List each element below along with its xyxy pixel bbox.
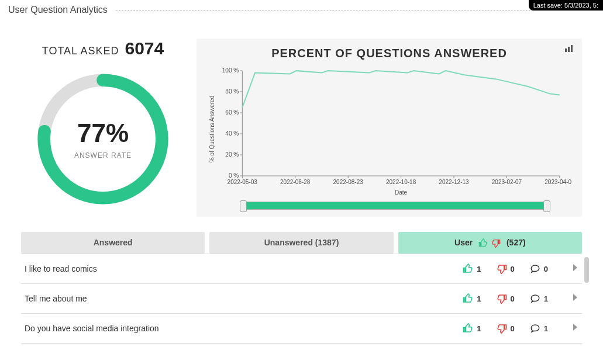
section-header: User Question Analytics Last save: 5/3/2…: [0, 0, 603, 18]
comments-stat: 0: [530, 264, 548, 274]
tab-unanswered[interactable]: Unanswered (1387): [209, 232, 393, 254]
chart-xlabel: Date: [395, 189, 408, 196]
comments-stat: 1: [530, 293, 548, 304]
dislikes-count: 0: [511, 265, 515, 273]
dislikes-count: 0: [511, 294, 515, 303]
svg-text:0 %: 0 %: [229, 172, 239, 179]
likes-count: 1: [477, 265, 481, 273]
expand-row-button[interactable]: [571, 323, 578, 334]
row-stats: 101: [463, 293, 548, 304]
dislikes-stat: 0: [497, 293, 515, 304]
svg-text:60 %: 60 %: [225, 109, 239, 116]
last-save-badge: Last save: 5/3/2023, 5:: [529, 0, 603, 11]
answer-rate-donut: 77% ANSWER RATE: [33, 69, 173, 209]
thumbs-down-icon: [491, 238, 501, 248]
thumbs-up-icon: [463, 264, 473, 274]
comments-count: 1: [544, 294, 548, 303]
svg-text:2023-04-04: 2023-04-04: [545, 179, 571, 185]
chart-type-icon[interactable]: [564, 44, 574, 53]
section-title: User Question Analytics: [8, 5, 108, 15]
svg-text:40 %: 40 %: [225, 130, 239, 137]
question-text: Do you have social media integration: [25, 324, 463, 333]
expand-row-button[interactable]: [571, 293, 578, 304]
tab-user-label: User: [454, 238, 473, 247]
comments-stat: 1: [530, 323, 548, 334]
comment-icon: [530, 293, 540, 304]
total-asked-panel: TOTAL ASKED 6074 77% ANSWER RATE: [21, 39, 185, 217]
svg-text:2022-05-03: 2022-05-03: [228, 179, 258, 185]
svg-rect-3: [568, 47, 570, 52]
question-text: Tell me about me: [25, 294, 463, 303]
thumbs-up-icon: [463, 323, 473, 334]
answer-rate-label: ANSWER RATE: [74, 151, 132, 160]
table-row[interactable]: I like to read comics100: [21, 254, 582, 284]
tabs-row: Answered Unanswered (1387) User (527): [21, 232, 582, 254]
table-row[interactable]: Do you have social media integration101: [21, 314, 582, 344]
likes-stat: 1: [463, 323, 481, 334]
likes-stat: 1: [463, 293, 481, 304]
dislikes-stat: 0: [497, 264, 515, 274]
comment-icon: [530, 264, 540, 274]
tab-user-feedback[interactable]: User (527): [398, 232, 582, 254]
svg-rect-4: [571, 45, 573, 52]
chart-range-slider[interactable]: [242, 202, 548, 210]
row-stats: 101: [463, 323, 548, 334]
scrollbar[interactable]: [584, 257, 589, 283]
thumbs-down-icon: [497, 293, 507, 304]
svg-rect-2: [565, 48, 567, 52]
thumbs-up-icon: [478, 238, 488, 248]
chart-title: PERCENT OF QUESTIONS ANSWERED: [207, 47, 571, 60]
svg-text:2022-06-28: 2022-06-28: [280, 179, 311, 185]
dislikes-count: 0: [511, 324, 515, 333]
thumbs-down-icon: [497, 323, 507, 334]
total-asked-label: TOTAL ASKED: [42, 45, 119, 57]
svg-text:80 %: 80 %: [225, 88, 239, 95]
chart-panel: PERCENT OF QUESTIONS ANSWERED % of Quest…: [197, 39, 582, 217]
total-asked-header: TOTAL ASKED 6074: [42, 39, 164, 58]
thumbs-up-icon: [463, 293, 473, 304]
answer-rate-percent: 77%: [77, 119, 129, 148]
thumbs-down-icon: [497, 264, 507, 274]
tab-user-count: (527): [506, 238, 526, 247]
svg-text:2023-02-07: 2023-02-07: [492, 179, 522, 185]
svg-text:2022-12-13: 2022-12-13: [439, 179, 469, 185]
expand-row-button[interactable]: [571, 264, 578, 274]
chart-ylabel: % of Questions Answered: [209, 96, 215, 162]
chart-area[interactable]: % of Questions Answered 0 %20 %40 %60 %8…: [207, 65, 571, 198]
question-list: I like to read comics100Tell me about me…: [21, 254, 582, 344]
svg-text:2022-08-23: 2022-08-23: [333, 179, 363, 185]
comment-icon: [530, 323, 540, 334]
likes-stat: 1: [463, 264, 481, 274]
question-text: I like to read comics: [25, 264, 463, 273]
table-row[interactable]: Tell me about me101: [21, 284, 582, 314]
likes-count: 1: [477, 324, 481, 333]
svg-text:20 %: 20 %: [225, 151, 239, 158]
svg-text:100 %: 100 %: [222, 67, 239, 74]
svg-text:2022-10-18: 2022-10-18: [386, 179, 416, 185]
analytics-row: TOTAL ASKED 6074 77% ANSWER RATE PERCENT…: [0, 18, 603, 217]
comments-count: 1: [544, 324, 548, 333]
likes-count: 1: [477, 294, 481, 303]
total-asked-value: 6074: [125, 39, 164, 58]
dislikes-stat: 0: [497, 323, 515, 334]
row-stats: 100: [463, 264, 548, 274]
tab-answered[interactable]: Answered: [21, 232, 205, 254]
comments-count: 0: [544, 265, 548, 273]
divider: [116, 10, 595, 11]
